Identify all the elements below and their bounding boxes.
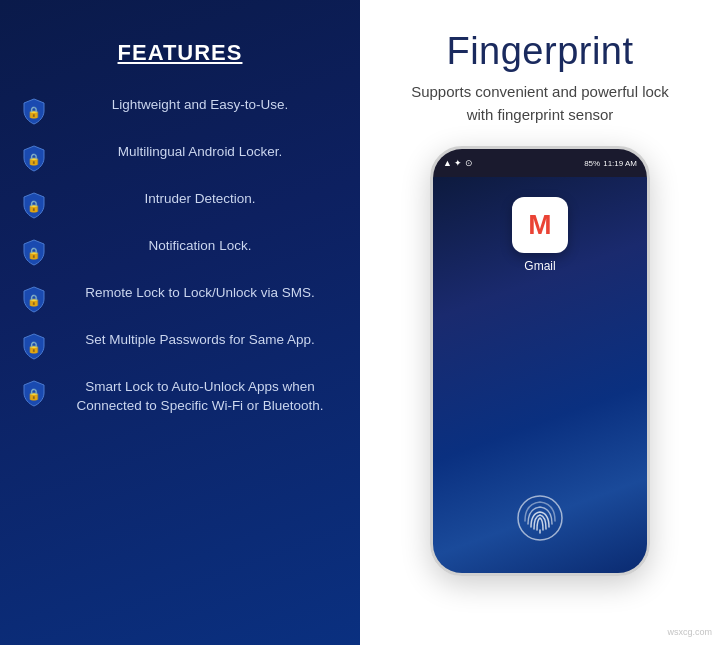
feature-item-4: 🔒 Notification Lock. [20,237,340,266]
shield-icon-1: 🔒 [20,97,48,125]
fingerprint-scan-icon [515,493,565,543]
svg-text:🔒: 🔒 [27,199,41,213]
feature-text-6: Set Multiple Passwords for Same App. [60,331,340,350]
right-panel: Fingerprint Supports convenient and powe… [360,0,720,645]
feature-item-2: 🔒 Multilingual Android Locker. [20,143,340,172]
feature-text-1: Lightweight and Easy-to-Use. [60,96,340,115]
feature-text-4: Notification Lock. [60,237,340,256]
shield-icon-4: 🔒 [20,238,48,266]
features-title: FEATURES [118,40,243,66]
svg-text:🔒: 🔒 [27,105,41,119]
feature-item-5: 🔒 Remote Lock to Lock/Unlock via SMS. [20,284,340,313]
shield-icon-7: 🔒 [20,379,48,407]
status-icons: 85% 11:19 AM [584,159,637,168]
phone-mockup: ▲ ✦ ⊙ 85% 11:19 AM M Gmail [430,146,650,576]
feature-list: 🔒 Lightweight and Easy-to-Use. 🔒 Multili… [20,96,340,416]
feature-text-5: Remote Lock to Lock/Unlock via SMS. [60,284,340,303]
shield-icon-6: 🔒 [20,332,48,360]
feature-item-7: 🔒 Smart Lock to Auto-Unlock Apps when Co… [20,378,340,416]
battery-text: 85% [584,159,600,168]
gmail-app-label: Gmail [524,259,555,273]
shield-icon-2: 🔒 [20,144,48,172]
svg-text:🔒: 🔒 [27,246,41,260]
phone-screen: M Gmail [433,177,647,573]
shield-icon-5: 🔒 [20,285,48,313]
gmail-app-container: M Gmail [512,197,568,273]
time-text: 11:19 AM [603,159,637,168]
feature-item-3: 🔒 Intruder Detection. [20,190,340,219]
phone-status-bar: ▲ ✦ ⊙ 85% 11:19 AM [433,149,647,177]
gmail-app-icon: M [512,197,568,253]
feature-text-3: Intruder Detection. [60,190,340,209]
gmail-logo: M [528,209,551,241]
signal-icons: ▲ ✦ ⊙ [443,158,473,168]
feature-item-1: 🔒 Lightweight and Easy-to-Use. [20,96,340,125]
left-panel: FEATURES 🔒 Lightweight and Easy-to-Use. … [0,0,360,645]
watermark: wsxcg.com [667,627,712,637]
fingerprint-title: Fingerprint [446,30,633,73]
feature-text-2: Multilingual Android Locker. [60,143,340,162]
svg-text:🔒: 🔒 [27,293,41,307]
svg-text:🔒: 🔒 [27,340,41,354]
shield-icon-3: 🔒 [20,191,48,219]
svg-text:🔒: 🔒 [27,152,41,166]
feature-text-7: Smart Lock to Auto-Unlock Apps when Conn… [60,378,340,416]
feature-item-6: 🔒 Set Multiple Passwords for Same App. [20,331,340,360]
svg-text:🔒: 🔒 [27,387,41,401]
fingerprint-subtitle: Supports convenient and powerful lock wi… [400,81,680,126]
